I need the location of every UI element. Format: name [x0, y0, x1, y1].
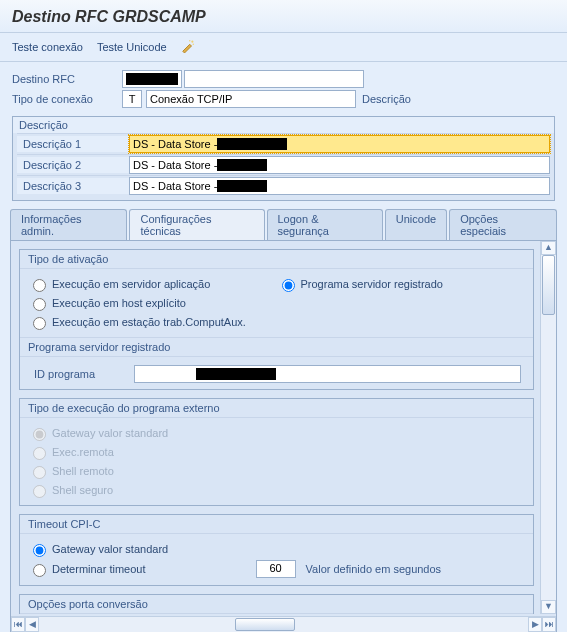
- scroll-first-arrow-icon[interactable]: ⏮: [11, 617, 25, 632]
- registered-program-title: Programa servidor registrado: [20, 337, 533, 357]
- vertical-scrollbar[interactable]: ▲ ▼: [540, 241, 556, 614]
- description-group-title: Descrição: [13, 117, 554, 133]
- activation-type-group: Tipo de ativação Execução em servidor ap…: [19, 249, 534, 390]
- radio-timeout-gw-std-input[interactable]: [33, 544, 46, 557]
- conn-type-text[interactable]: Conexão TCP/IP: [146, 90, 356, 108]
- desc2-input[interactable]: DS - Data Store -: [129, 156, 550, 174]
- radio-exec-app-server-input[interactable]: [33, 279, 46, 292]
- tabstrip: Informações admin. Configurações técnica…: [10, 209, 557, 240]
- tab-special-options[interactable]: Opções especiais: [449, 209, 557, 240]
- wand-icon[interactable]: [181, 39, 195, 55]
- rfc-dest-label: Destino RFC: [12, 73, 122, 85]
- radio-exec-remote-input: [33, 447, 46, 460]
- tab-body: Tipo de ativação Execução em servidor ap…: [10, 240, 557, 632]
- radio-gateway-std-label: Gateway valor standard: [52, 427, 168, 439]
- desc2-prefix: DS - Data Store -: [133, 159, 217, 171]
- activation-type-title: Tipo de ativação: [20, 250, 533, 269]
- svg-point-2: [192, 44, 193, 45]
- rfc-dest-input[interactable]: [184, 70, 364, 88]
- radio-exec-app-server[interactable]: Execução em servidor aplicação: [28, 276, 277, 292]
- scroll-down-arrow-icon[interactable]: ▼: [541, 600, 556, 614]
- test-unicode-link[interactable]: Teste Unicode: [97, 41, 167, 53]
- test-connection-link[interactable]: Teste conexão: [12, 41, 83, 53]
- description-group: Descrição Descrição 1 DS - Data Store - …: [12, 116, 555, 201]
- scroll-thumb[interactable]: [542, 255, 555, 315]
- radio-rshell: Shell remoto: [28, 463, 525, 479]
- timeout-value-input[interactable]: 60: [256, 560, 296, 578]
- radio-exec-app-server-label: Execução em servidor aplicação: [52, 278, 210, 290]
- tab-logon-security[interactable]: Logon & segurança: [267, 209, 383, 240]
- scroll-area: Tipo de ativação Execução em servidor ap…: [15, 245, 538, 614]
- svg-point-0: [191, 41, 193, 43]
- radio-exec-frontend-ws-label: Execução em estação trab.ComputAux.: [52, 316, 246, 328]
- tab-technical-settings[interactable]: Configurações técnicas: [129, 209, 264, 240]
- radio-timeout-determine-input[interactable]: [33, 564, 46, 577]
- radio-sshell-input: [33, 485, 46, 498]
- desc3-prefix: DS - Data Store -: [133, 180, 217, 192]
- tab-unicode[interactable]: Unicode: [385, 209, 447, 240]
- sap-window: Destino RFC GRDSCAMP Teste conexão Teste…: [0, 0, 567, 632]
- radio-gateway-std-input: [33, 428, 46, 441]
- radio-rshell-input: [33, 466, 46, 479]
- desc1-prefix: DS - Data Store -: [133, 138, 217, 150]
- radio-rshell-label: Shell remoto: [52, 465, 114, 477]
- toolbar: Teste conexão Teste Unicode: [0, 33, 567, 62]
- radio-registered-server-label: Programa servidor registrado: [301, 278, 443, 290]
- radio-timeout-determine-label: Determinar timeout: [52, 563, 146, 575]
- hscroll-track[interactable]: [39, 617, 528, 632]
- scroll-up-arrow-icon[interactable]: ▲: [541, 241, 556, 255]
- conn-type-code[interactable]: T: [122, 90, 142, 108]
- header-fields: Destino RFC Tipo de conexão T Conexão TC…: [0, 62, 567, 114]
- ext-exec-type-title: Tipo de execução do programa externo: [20, 399, 533, 418]
- scroll-last-arrow-icon[interactable]: ⏭: [542, 617, 556, 632]
- scroll-right-arrow-icon[interactable]: ▶: [528, 617, 542, 632]
- ext-exec-type-group: Tipo de execução do programa externo Gat…: [19, 398, 534, 506]
- conn-type-label: Tipo de conexão: [12, 93, 122, 105]
- desc1-label: Descrição 1: [17, 136, 129, 152]
- timeout-group: Timeout CPI-C Gateway valor standard Det…: [19, 514, 534, 586]
- window-title: Destino RFC GRDSCAMP: [0, 0, 567, 33]
- program-id-label: ID programa: [28, 368, 134, 380]
- hscroll-thumb[interactable]: [235, 618, 295, 631]
- radio-exec-remote-label: Exec.remota: [52, 446, 114, 458]
- radio-exec-explicit-host-input[interactable]: [33, 298, 46, 311]
- port-options-title: Opções porta conversão: [20, 595, 533, 614]
- radio-sshell-label: Shell seguro: [52, 484, 113, 496]
- radio-exec-explicit-host-label: Execução em host explícito: [52, 297, 186, 309]
- radio-exec-explicit-host[interactable]: Execução em host explícito: [28, 295, 277, 311]
- scroll-left-arrow-icon[interactable]: ◀: [25, 617, 39, 632]
- desc1-input[interactable]: DS - Data Store -: [129, 135, 550, 153]
- conn-type-code-text: T: [129, 93, 136, 105]
- radio-exec-frontend-ws-input[interactable]: [33, 317, 46, 330]
- svg-point-1: [189, 40, 190, 41]
- header-desc-label: Descrição: [362, 93, 411, 105]
- rfc-dest-code-input[interactable]: [122, 70, 182, 88]
- timeout-title: Timeout CPI-C: [20, 515, 533, 534]
- radio-exec-remote: Exec.remota: [28, 444, 525, 460]
- radio-registered-server-input[interactable]: [282, 279, 295, 292]
- program-id-input[interactable]: [134, 365, 521, 383]
- radio-exec-frontend-ws[interactable]: Execução em estação trab.ComputAux.: [28, 314, 277, 330]
- radio-gateway-std: Gateway valor standard: [28, 425, 525, 441]
- desc3-input[interactable]: DS - Data Store -: [129, 177, 550, 195]
- desc2-label: Descrição 2: [17, 157, 129, 173]
- radio-registered-server[interactable]: Programa servidor registrado: [277, 276, 526, 292]
- radio-timeout-gw-std[interactable]: Gateway valor standard: [28, 541, 525, 557]
- conn-type-text-val: Conexão TCP/IP: [150, 93, 232, 105]
- tab-admin-info[interactable]: Informações admin.: [10, 209, 127, 240]
- radio-timeout-gw-std-label: Gateway valor standard: [52, 543, 168, 555]
- port-options-group: Opções porta conversão: [19, 594, 534, 614]
- radio-timeout-determine[interactable]: Determinar timeout: [28, 561, 146, 577]
- radio-sshell: Shell seguro: [28, 482, 525, 498]
- desc3-label: Descrição 3: [17, 178, 129, 194]
- horizontal-scrollbar[interactable]: ⏮ ◀ ▶ ⏭: [11, 616, 556, 632]
- timeout-unit-label: Valor definido em segundos: [306, 563, 442, 575]
